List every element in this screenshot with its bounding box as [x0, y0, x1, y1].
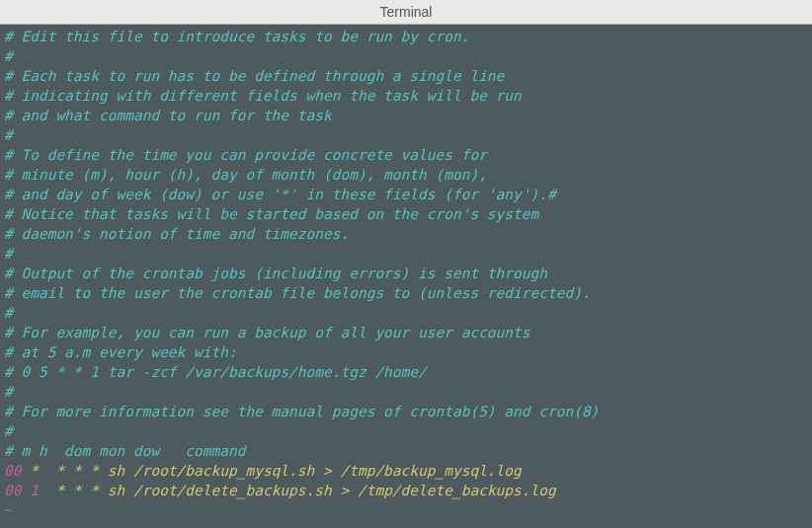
- terminal-line: # and what command to run for the task: [4, 106, 808, 125]
- terminal-line: # For example, you can run a backup of a…: [4, 323, 808, 342]
- window-title-bar[interactable]: Terminal: [0, 0, 812, 25]
- terminal-line: #: [4, 244, 808, 264]
- terminal-line: # minute (m), hour (h), day of month (do…: [4, 165, 808, 185]
- terminal-line: # indicating with different fields when …: [4, 86, 808, 106]
- terminal-line: # m h dom mon dow command: [4, 441, 808, 461]
- terminal-line: # at 5 a.m every week with:: [4, 342, 808, 362]
- terminal-line: #: [4, 382, 808, 402]
- window-title: Terminal: [380, 4, 433, 20]
- terminal-line: ~: [4, 500, 808, 520]
- terminal-line: # Output of the crontab jobs (including …: [4, 264, 808, 283]
- terminal-line: # Each task to run has to be defined thr…: [4, 66, 808, 86]
- terminal-line: # Edit this file to introduce tasks to b…: [4, 27, 808, 46]
- terminal-content[interactable]: # Edit this file to introduce tasks to b…: [0, 25, 812, 522]
- terminal-line: # and day of week (dow) or use '*' in th…: [4, 185, 808, 204]
- terminal-line: 00 1 * * * sh /root/delete_backups.sh > …: [4, 481, 808, 500]
- terminal-line: # For more information see the manual pa…: [4, 402, 808, 421]
- terminal-line: #: [4, 303, 808, 323]
- terminal-line: # To define the time you can provide con…: [4, 145, 808, 165]
- terminal-line: # 0 5 * * 1 tar -zcf /var/backups/home.t…: [4, 362, 808, 382]
- terminal-line: #: [4, 421, 808, 441]
- terminal-line: # email to the user the crontab file bel…: [4, 283, 808, 303]
- terminal-line: #: [4, 125, 808, 145]
- terminal-line: # Notice that tasks will be started base…: [4, 204, 808, 224]
- terminal-line: 00 * * * * sh /root/backup_mysql.sh > /t…: [4, 461, 808, 481]
- terminal-line: #: [4, 46, 808, 66]
- terminal-line: # daemon's notion of time and timezones.: [4, 224, 808, 244]
